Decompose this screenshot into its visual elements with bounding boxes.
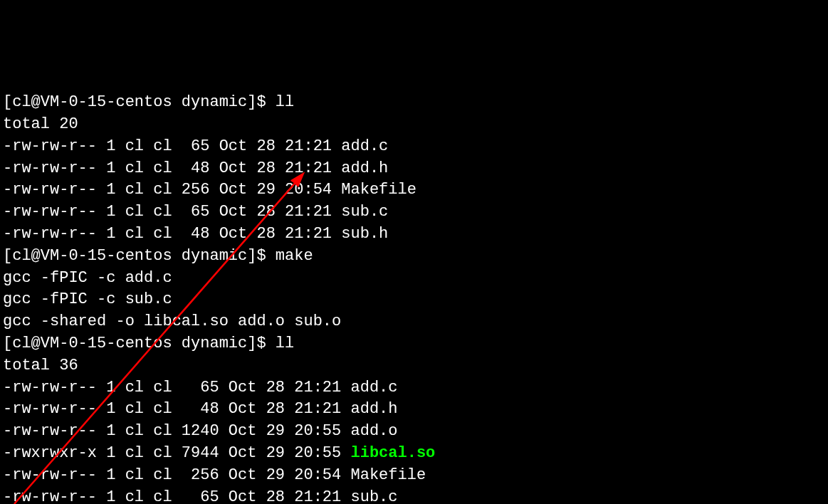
terminal-text: gcc -fPIC -c sub.c xyxy=(3,290,172,308)
terminal-line: -rwxrwxr-x 1 cl cl 7944 Oct 29 20:55 lib… xyxy=(3,443,825,465)
terminal-line: gcc -shared -o libcal.so add.o sub.o xyxy=(3,311,825,333)
terminal-text: -rw-rw-r-- 1 cl cl 48 Oct 28 21:21 sub.h xyxy=(3,225,388,243)
terminal-text: total 36 xyxy=(3,357,78,374)
terminal-text: -rw-rw-r-- 1 cl cl 48 Oct 28 21:21 add.h xyxy=(3,159,388,177)
terminal-text: -rw-rw-r-- 1 cl cl 256 Oct 29 20:54 Make… xyxy=(3,181,416,199)
terminal-line: total 20 xyxy=(3,114,825,136)
terminal-text: gcc -shared -o libcal.so add.o sub.o xyxy=(3,313,341,330)
terminal-line: [cl@VM-0-15-centos dynamic]$ ll xyxy=(3,92,825,114)
terminal-line: -rw-rw-r-- 1 cl cl 1240 Oct 29 20:55 add… xyxy=(3,421,825,443)
terminal-line: -rw-rw-r-- 1 cl cl 65 Oct 28 21:21 add.c xyxy=(3,136,825,158)
terminal-text: -rw-rw-r-- 1 cl cl 65 Oct 28 21:21 add.c xyxy=(3,137,388,155)
terminal-text: -rw-rw-r-- 1 cl cl 1240 Oct 29 20:55 add… xyxy=(3,422,398,440)
terminal-line: -rw-rw-r-- 1 cl cl 256 Oct 29 20:54 Make… xyxy=(3,465,825,487)
terminal-line: -rw-rw-r-- 1 cl cl 65 Oct 28 21:21 add.c xyxy=(3,377,825,399)
terminal-line: -rw-rw-r-- 1 cl cl 48 Oct 28 21:21 sub.h xyxy=(3,224,825,246)
terminal-text: -rw-rw-r-- 1 cl cl 65 Oct 28 21:21 sub.c xyxy=(3,488,398,504)
executable-filename: libcal.so xyxy=(350,444,435,462)
terminal-line: [cl@VM-0-15-centos dynamic]$ make xyxy=(3,246,825,268)
terminal-text: [cl@VM-0-15-centos dynamic]$ ll xyxy=(3,93,294,111)
terminal-line: -rw-rw-r-- 1 cl cl 48 Oct 28 21:21 add.h xyxy=(3,158,825,180)
terminal-text: [cl@VM-0-15-centos dynamic]$ make xyxy=(3,247,313,265)
terminal-line: gcc -fPIC -c sub.c xyxy=(3,289,825,311)
terminal-text: -rw-rw-r-- 1 cl cl 48 Oct 28 21:21 add.h xyxy=(3,400,398,418)
terminal-text: -rw-rw-r-- 1 cl cl 65 Oct 28 21:21 add.c xyxy=(3,379,398,397)
terminal-output[interactable]: [cl@VM-0-15-centos dynamic]$ lltotal 20-… xyxy=(3,92,825,504)
terminal-line: [cl@VM-0-15-centos dynamic]$ ll xyxy=(3,333,825,355)
terminal-line: -rw-rw-r-- 1 cl cl 65 Oct 28 21:21 sub.c xyxy=(3,201,825,224)
terminal-line: -rw-rw-r-- 1 cl cl 256 Oct 29 20:54 Make… xyxy=(3,179,825,201)
terminal-line: gcc -fPIC -c add.c xyxy=(3,268,825,290)
terminal-text: gcc -fPIC -c add.c xyxy=(3,269,172,287)
terminal-text: total 20 xyxy=(3,115,78,133)
terminal-text: -rw-rw-r-- 1 cl cl 256 Oct 29 20:54 Make… xyxy=(3,466,426,484)
terminal-text: [cl@VM-0-15-centos dynamic]$ ll xyxy=(3,335,294,352)
terminal-line: -rw-rw-r-- 1 cl cl 48 Oct 28 21:21 add.h xyxy=(3,399,825,421)
terminal-line: -rw-rw-r-- 1 cl cl 65 Oct 28 21:21 sub.c xyxy=(3,487,825,504)
terminal-line: total 36 xyxy=(3,355,825,377)
terminal-text: -rwxrwxr-x 1 cl cl 7944 Oct 29 20:55 xyxy=(3,444,350,462)
terminal-text: -rw-rw-r-- 1 cl cl 65 Oct 28 21:21 sub.c xyxy=(3,203,388,221)
